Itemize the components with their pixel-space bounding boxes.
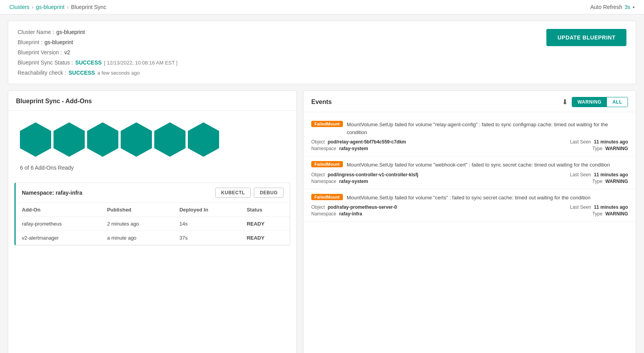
event-namespace: Namespace rafay-system	[311, 179, 418, 184]
debug-button[interactable]: DEBUG	[254, 188, 284, 198]
addon-name: rafay-prometheus	[16, 217, 101, 231]
object-label: Object	[311, 172, 325, 177]
blueprint-label: Blueprint :	[18, 39, 42, 45]
object-value: pod/relay-agent-5bf7b4c559-c7dkm	[328, 139, 406, 145]
version-row: Blueprint Version : v2	[18, 49, 178, 56]
addons-ready-text: 6 of 6 Add-Ons Ready	[8, 163, 296, 179]
events-header: Events ⬇ WARNING ALL	[303, 91, 636, 112]
addon-table: Add-On Published Deployed In Status rafa…	[16, 202, 290, 245]
namespace-section: Namespace: rafay-infra KUBECTL DEBUG Add…	[14, 183, 290, 245]
type-value: WARNING	[605, 179, 628, 184]
event-badge: FailedMount	[311, 194, 343, 200]
event-message: MountVolume.SetUp failed for volume "cer…	[347, 194, 590, 202]
type-label: Type	[592, 146, 603, 151]
event-last-seen: Last Seen 11 minutes ago	[570, 139, 628, 145]
filter-warning-button[interactable]: WARNING	[572, 97, 607, 107]
event-badge: FailedMount	[311, 121, 343, 127]
namespace-title: Namespace: rafay-infra	[22, 190, 82, 196]
addon-status: READY	[241, 217, 290, 231]
last-seen-value: 11 minutes ago	[594, 172, 628, 177]
left-panel: Blueprint Sync - Add-Ons 6 of 6 Add-Ons …	[8, 90, 297, 353]
last-seen-label: Last Seen	[570, 204, 591, 210]
last-seen-value: 11 minutes ago	[594, 204, 628, 210]
hex-1	[20, 122, 51, 157]
type-label: Type	[592, 179, 603, 184]
event-type: Type WARNING	[570, 146, 628, 151]
hex-5	[154, 122, 186, 157]
update-blueprint-button[interactable]: UPDATE BLUEPRINT	[546, 29, 626, 46]
cluster-name-label: Cluster Name :	[18, 29, 54, 35]
event-badge: FailedMount	[311, 161, 343, 167]
namespace-actions: KUBECTL DEBUG	[215, 188, 284, 198]
object-value: pod/ingress-controller-v1-controller-kls…	[328, 172, 418, 177]
version-value: v2	[64, 49, 70, 56]
sync-timestamp: [ 12/13/2022, 10:08:16 AM EST ]	[104, 60, 177, 66]
kubectl-button[interactable]: KUBECTL	[215, 188, 251, 198]
object-label: Object	[311, 204, 325, 210]
main-content: Blueprint Sync - Add-Ons 6 of 6 Add-Ons …	[8, 90, 636, 353]
event-detail-right: Last Seen 11 minutes ago Type WARNING	[570, 172, 628, 184]
event-type: Type WARNING	[570, 211, 628, 217]
namespace-label: Namespace	[311, 211, 336, 217]
top-bar: Clusters › gs-blueprint › Blueprint Sync…	[0, 0, 644, 14]
breadcrumb-gs-blueprint[interactable]: gs-blueprint	[36, 4, 64, 10]
namespace-value: rafay-system	[339, 179, 368, 184]
event-detail-left: Object pod/relay-agent-5bf7b4c559-c7dkm …	[311, 139, 406, 151]
event-message: MountVolume.SetUp failed for volume "web…	[347, 161, 610, 169]
type-label: Type	[592, 211, 603, 217]
object-value: pod/rafay-prometheus-server-0	[328, 204, 397, 210]
event-details: Object pod/ingress-controller-v1-control…	[311, 172, 628, 184]
hex-4	[121, 122, 152, 157]
last-seen-label: Last Seen	[570, 172, 591, 177]
event-namespace: Namespace rafay-system	[311, 146, 406, 151]
blueprint-row: Blueprint : gs-blueprint	[18, 39, 178, 45]
addon-status: READY	[241, 231, 290, 245]
blueprint-value: gs-blueprint	[45, 39, 73, 45]
event-detail-right: Last Seen 11 minutes ago Type WARNING	[570, 204, 628, 217]
breadcrumb-clusters[interactable]: Clusters	[9, 4, 29, 10]
event-message-row: FailedMount MountVolume.SetUp failed for…	[311, 161, 628, 169]
sync-status-row: Blueprint Sync Status : SUCCESS [ 12/13/…	[18, 59, 178, 66]
event-message-row: FailedMount MountVolume.SetUp failed for…	[311, 121, 628, 136]
breadcrumb-sep1: ›	[32, 4, 34, 10]
sync-status-value: SUCCESS	[75, 59, 102, 66]
type-value: WARNING	[605, 146, 628, 151]
namespace-label: Namespace	[311, 146, 336, 151]
addon-deployed-in: 37s	[173, 231, 240, 245]
right-panel: Events ⬇ WARNING ALL FailedMount MountVo…	[303, 90, 636, 353]
namespace-value: rafay-system	[339, 146, 368, 151]
breadcrumb-current: Blueprint Sync	[71, 4, 106, 10]
reachability-label: Reachability check :	[18, 70, 66, 76]
event-message-row: FailedMount MountVolume.SetUp failed for…	[311, 194, 628, 202]
event-detail-right: Last Seen 11 minutes ago Type WARNING	[570, 139, 628, 151]
col-deployed: Deployed In	[173, 203, 240, 217]
event-namespace: Namespace rafay-infra	[311, 211, 397, 217]
auto-refresh-value: 3s	[624, 4, 630, 10]
event-object: Object pod/relay-agent-5bf7b4c559-c7dkm	[311, 139, 406, 145]
hexagons-container	[8, 111, 296, 163]
table-row: v2-alertmanager a minute ago 37s READY	[16, 231, 290, 245]
last-seen-value: 11 minutes ago	[594, 139, 628, 145]
col-status: Status	[241, 203, 290, 217]
namespace-value: rafay-infra	[339, 211, 362, 217]
events-actions: ⬇ WARNING ALL	[562, 97, 628, 107]
event-details: Object pod/rafay-prometheus-server-0 Nam…	[311, 204, 628, 217]
event-detail-left: Object pod/ingress-controller-v1-control…	[311, 172, 418, 184]
event-message: MountVolume.SetUp failed for volume "rel…	[347, 121, 628, 136]
addon-deployed-in: 14s	[173, 217, 240, 231]
hex-2	[54, 122, 85, 157]
last-seen-label: Last Seen	[570, 139, 591, 145]
version-label: Blueprint Version :	[18, 49, 62, 56]
event-item: FailedMount MountVolume.SetUp failed for…	[303, 156, 636, 189]
download-icon[interactable]: ⬇	[562, 98, 568, 106]
breadcrumb-sep2: ›	[67, 4, 69, 10]
col-published: Published	[101, 203, 173, 217]
event-details: Object pod/relay-agent-5bf7b4c559-c7dkm …	[311, 139, 628, 151]
events-title: Events	[311, 99, 332, 106]
events-list: FailedMount MountVolume.SetUp failed for…	[303, 112, 636, 353]
cluster-name-row: Cluster Name : gs-blueprint	[18, 29, 178, 35]
event-detail-left: Object pod/rafay-prometheus-server-0 Nam…	[311, 204, 397, 217]
event-last-seen: Last Seen 11 minutes ago	[570, 172, 628, 177]
filter-all-button[interactable]: ALL	[607, 97, 628, 107]
auto-refresh[interactable]: Auto Refresh 3s ▾	[590, 4, 635, 10]
